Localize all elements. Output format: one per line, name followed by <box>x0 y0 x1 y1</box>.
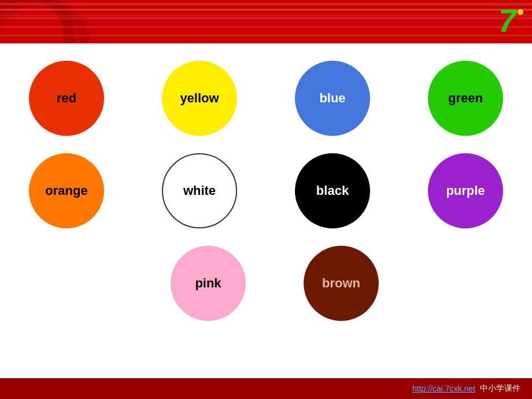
circle-item-orange: orange <box>0 153 133 228</box>
label-blue: blue <box>319 91 345 106</box>
label-pink: pink <box>195 276 221 291</box>
circle-pink: pink <box>171 246 246 321</box>
label-white: white <box>183 183 216 198</box>
circle-purple: purple <box>428 153 503 228</box>
label-green: green <box>448 91 483 106</box>
circle-green: green <box>428 61 503 136</box>
circle-item-yellow: yellow <box>133 61 266 136</box>
circle-item-purple: purple <box>399 153 532 228</box>
circle-item-red: red <box>0 61 133 136</box>
label-red: red <box>57 91 76 106</box>
circle-black: black <box>295 153 370 228</box>
circle-yellow: yellow <box>162 61 237 136</box>
circle-item-pink: pink <box>142 246 275 321</box>
bottom-link[interactable]: http://cai.7cxk.net <box>412 384 475 393</box>
label-yellow: yellow <box>180 91 219 106</box>
circle-white: white <box>162 153 237 228</box>
color-row-2: orange white black purple <box>0 153 532 228</box>
banner-line <box>0 35 532 36</box>
circle-item-green: green <box>399 61 532 136</box>
circle-blue: blue <box>295 61 370 136</box>
label-orange: orange <box>45 183 87 198</box>
banner-lines <box>0 0 532 43</box>
circle-item-blue: blue <box>266 61 399 136</box>
label-brown: brown <box>322 276 360 291</box>
banner-line <box>0 17 532 19</box>
color-row-1: red yellow blue green <box>0 61 532 136</box>
circle-item-brown: brown <box>275 246 408 321</box>
banner-line <box>0 9 532 10</box>
top-banner: 7 <box>0 0 532 43</box>
banner-line <box>0 26 532 28</box>
logo-number: 7 <box>498 2 516 39</box>
circle-brown: brown <box>304 246 379 321</box>
bottom-text: 中小学课件 <box>480 383 520 394</box>
main-content: red yellow blue green orange w <box>0 43 532 378</box>
color-row-3: pink brown <box>124 246 408 321</box>
circle-item-white: white <box>133 153 266 228</box>
label-black: black <box>316 183 349 198</box>
logo: 7 <box>498 5 523 37</box>
circle-red: red <box>29 61 104 136</box>
logo-dot <box>518 9 523 15</box>
bottom-banner: http://cai.7cxk.net 中小学课件 <box>0 378 532 399</box>
label-purple: purple <box>446 183 485 198</box>
circle-item-black: black <box>266 153 399 228</box>
circle-orange: orange <box>29 153 104 228</box>
